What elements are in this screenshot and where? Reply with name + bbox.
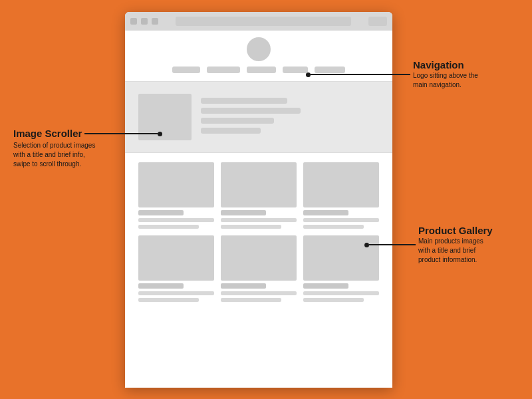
nav-item-3[interactable] bbox=[247, 66, 276, 73]
gallery-title-2 bbox=[221, 210, 266, 215]
scroller-annotation-line-container: Image Scroller bbox=[13, 128, 162, 140]
gallery-annotation-desc: Main products images with a title and br… bbox=[418, 237, 491, 265]
scroller-annotation-text: Image Scroller bbox=[13, 128, 82, 140]
gallery-title-5 bbox=[221, 283, 266, 289]
browser-action bbox=[368, 17, 387, 26]
nav-annotation-title: Navigation bbox=[413, 59, 486, 71]
gallery-img-1 bbox=[138, 162, 214, 207]
scroller-line-3 bbox=[201, 118, 274, 124]
nav-annotation-dot bbox=[306, 72, 311, 77]
gallery-item-3[interactable] bbox=[303, 162, 379, 229]
nav-annotation-line bbox=[311, 74, 410, 75]
gallery-img-4 bbox=[138, 235, 214, 281]
gallery-desc-4a bbox=[138, 291, 214, 295]
nav-item-2[interactable] bbox=[207, 66, 240, 73]
gallery-img-3 bbox=[303, 162, 379, 207]
scroller-line-2 bbox=[201, 108, 301, 114]
browser-btn-2 bbox=[141, 18, 148, 25]
gallery-desc-1a bbox=[138, 218, 214, 222]
navigation-annotation: Navigation Logo sitting above the main n… bbox=[306, 59, 486, 90]
gallery-item-2[interactable] bbox=[221, 162, 297, 229]
gallery-annotation-dot bbox=[364, 243, 369, 247]
gallery-img-2 bbox=[221, 162, 297, 207]
nav-item-1[interactable] bbox=[172, 66, 200, 73]
gallery-desc-3b bbox=[303, 225, 364, 229]
gallery-annotation-title: Product Gallery bbox=[418, 225, 493, 237]
browser-btn-3 bbox=[152, 18, 158, 25]
product-gallery-grid bbox=[138, 162, 379, 302]
gallery-desc-2a bbox=[221, 218, 297, 222]
browser-chrome bbox=[125, 12, 392, 31]
scroller-annotation-dot bbox=[158, 132, 162, 136]
nav-item-4[interactable] bbox=[283, 66, 308, 73]
gallery-desc-5b bbox=[221, 298, 281, 302]
image-scroller-section bbox=[125, 82, 392, 153]
scroller-annotation-desc: Selection of product images with a title… bbox=[13, 141, 100, 169]
gallery-desc-2b bbox=[221, 225, 281, 229]
gallery-annotation-text: Product Gallery Main products images wit… bbox=[418, 225, 493, 265]
scroller-annotation-title: Image Scroller bbox=[13, 128, 82, 140]
scroller-annotation: Image Scroller Selection of product imag… bbox=[13, 128, 162, 169]
scroller-line-4 bbox=[201, 128, 261, 134]
gallery-desc-6b bbox=[303, 298, 364, 302]
gallery-desc-1b bbox=[138, 225, 199, 229]
browser-btn-1 bbox=[130, 18, 137, 25]
gallery-title-4 bbox=[138, 283, 184, 289]
gallery-item-5[interactable] bbox=[221, 235, 297, 302]
gallery-img-5 bbox=[221, 235, 297, 281]
scroller-text bbox=[201, 94, 379, 134]
gallery-title-6 bbox=[303, 283, 348, 289]
gallery-item-1[interactable] bbox=[138, 162, 214, 229]
scroller-annotation-line bbox=[84, 133, 158, 134]
gallery-desc-3a bbox=[303, 218, 379, 222]
browser-addressbar bbox=[176, 17, 351, 26]
gallery-annotation: Product Gallery Main products images wit… bbox=[364, 225, 493, 265]
scroller-line-1 bbox=[201, 98, 287, 104]
gallery-item-4[interactable] bbox=[138, 235, 214, 302]
gallery-title-3 bbox=[303, 210, 348, 215]
nav-annotation-text: Navigation Logo sitting above the main n… bbox=[413, 59, 486, 90]
gallery-desc-4b bbox=[138, 298, 199, 302]
gallery-title-1 bbox=[138, 210, 184, 215]
gallery-annotation-line bbox=[369, 244, 416, 245]
nav-annotation-desc: Logo sitting above the main navigation. bbox=[413, 71, 486, 90]
product-gallery-section bbox=[125, 153, 392, 311]
gallery-desc-6a bbox=[303, 291, 379, 295]
gallery-desc-5a bbox=[221, 291, 297, 295]
logo bbox=[247, 37, 271, 61]
